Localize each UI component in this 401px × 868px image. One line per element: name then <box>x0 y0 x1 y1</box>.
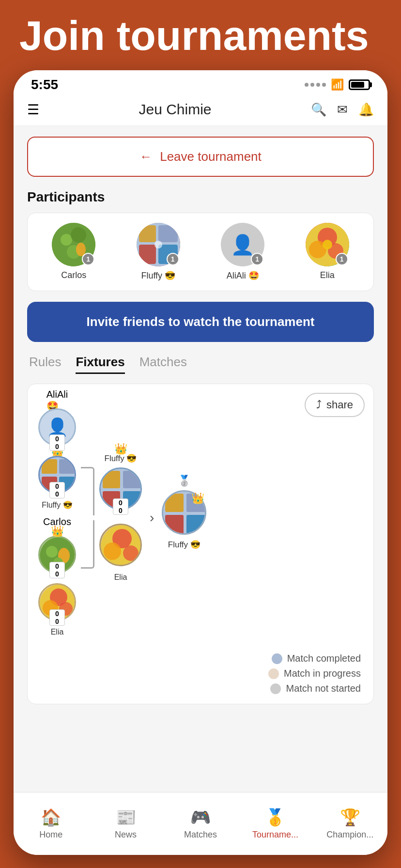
participant-name-elia: Elia <box>320 270 335 280</box>
connector-gap <box>81 515 94 520</box>
signal-dot-3 <box>316 83 320 87</box>
tab-matches[interactable]: Matches <box>139 355 187 374</box>
svg-rect-31 <box>123 471 141 488</box>
bracket-fluffy-1: 👑 0 0 Fluffy 😎 <box>38 456 76 510</box>
back-arrow-icon: ← <box>139 149 152 164</box>
home-label: Home <box>39 830 62 840</box>
legend-dot-inprogress <box>268 668 279 679</box>
share-label: share <box>326 399 353 411</box>
bracket-elia-1: 0 0 Elia <box>38 583 76 636</box>
content-area: ← Leave tournament Participants 1 Carlos <box>14 126 387 823</box>
avatar-wrap-aliali: 👤 1 <box>221 223 264 266</box>
avatar-badge-carlos: 1 <box>82 253 94 265</box>
crown-icon-carlos: 👑 <box>51 525 64 538</box>
final-winner: 🥈 👑 Fluffy 😎 <box>162 485 206 550</box>
elia-avatar-wrap: 0 0 <box>38 583 76 621</box>
participants-card: 1 Carlos 1 Fluffy 😎 👤 1 <box>27 213 374 291</box>
bottom-nav: 🏠 Home 📰 News 🎮 Matches 🥇 Tourname... 🏆 … <box>14 792 387 855</box>
avatar-wrap-carlos: 1 <box>52 223 95 266</box>
participant-name-aliali: AliAli 🤩 <box>227 270 259 281</box>
bracket-elia-r2: Elia <box>99 524 142 582</box>
leave-tournament-button[interactable]: ← Leave tournament <box>27 137 374 177</box>
champion-icon: 🏆 <box>340 807 360 827</box>
tabs-container: Rules Fixtures Matches <box>27 355 374 374</box>
svg-rect-7 <box>158 225 178 242</box>
mail-icon[interactable]: ✉ <box>337 102 348 117</box>
nav-icons: 🔍 ✉ 🔔 <box>311 102 374 117</box>
legend-label-inprogress: Match in progress <box>284 668 361 679</box>
nav-champion[interactable]: 🏆 Champion... <box>313 803 387 845</box>
elia-avatar-r2 <box>99 524 142 566</box>
tab-rules[interactable]: Rules <box>29 355 61 374</box>
crown-icon-r2-fluffy: 👑 <box>114 443 127 455</box>
nav-news[interactable]: 📰 News <box>88 803 163 845</box>
svg-rect-30 <box>103 471 120 488</box>
invite-friends-button[interactable]: Invite friends to watch the tournament <box>27 302 374 342</box>
arrow-right-icon: › <box>150 510 154 526</box>
participant-name-carlos: Carlos <box>61 270 86 280</box>
leave-tournament-label: Leave tournament <box>160 149 262 164</box>
fluffy-score-1: 0 0 <box>49 482 65 498</box>
banner-title: Join tournaments <box>19 15 382 56</box>
elia-label-1: Elia <box>51 628 64 636</box>
legend-label-completed: Match completed <box>287 653 361 664</box>
legend-notstarted: Match not started <box>270 683 361 694</box>
svg-rect-39 <box>165 494 184 512</box>
legend: Match completed Match in progress Match … <box>35 653 366 694</box>
status-icons: 📶 <box>305 78 370 91</box>
bracket-aliali: AliAli 🤩 👤 0 0 <box>38 399 76 446</box>
tab-fixtures[interactable]: Fixtures <box>76 355 124 374</box>
svg-point-36 <box>104 542 121 560</box>
signal-dot-2 <box>310 83 314 87</box>
menu-icon[interactable]: ☰ <box>27 102 39 118</box>
bracket-section: AliAli 🤩 👤 0 0 👑 <box>35 394 366 641</box>
aliali-avatar-wrap: 👤 0 0 <box>38 408 76 446</box>
legend-completed: Match completed <box>272 653 361 664</box>
participant-fluffy: 1 Fluffy 😎 <box>120 223 197 281</box>
matches-icon: 🎮 <box>190 807 211 827</box>
avatar-badge-aliali: 1 <box>251 253 263 265</box>
legend-label-notstarted: Match not started <box>286 683 361 694</box>
participant-elia: 1 Elia <box>289 223 366 281</box>
bell-icon[interactable]: 🔔 <box>358 102 374 117</box>
legend-dot-completed <box>272 653 282 664</box>
nav-matches[interactable]: 🎮 Matches <box>163 803 238 845</box>
phone-frame: 5:55 📶 ☰ Jeu Chimie 🔍 ✉ 🔔 ← L <box>14 70 387 855</box>
svg-rect-6 <box>139 225 156 242</box>
banner: Join tournaments <box>0 0 401 66</box>
svg-point-2 <box>71 227 86 243</box>
tournament-icon: 🥇 <box>265 807 285 827</box>
signal-dot-1 <box>305 83 308 87</box>
svg-point-10 <box>154 241 162 248</box>
nav-home[interactable]: 🏠 Home <box>14 803 88 845</box>
avatar-wrap-fluffy: 1 <box>137 223 180 266</box>
participants-title: Participants <box>27 189 374 205</box>
carlos-score: 0 0 <box>49 562 65 578</box>
medal-icon: 🥈 <box>178 475 191 487</box>
avatar-badge-fluffy: 1 <box>167 253 179 265</box>
pair-2: Carlos 👑 0 0 <box>38 526 76 636</box>
fixtures-card: ⤴ share AliAli 🤩 👤 0 <box>27 384 374 704</box>
home-icon: 🏠 <box>41 807 61 827</box>
signal-dots <box>305 83 326 87</box>
champion-label: Champion... <box>326 830 373 840</box>
share-button[interactable]: ⤴ share <box>305 393 365 417</box>
nav-tournament[interactable]: 🥇 Tourname... <box>238 803 312 845</box>
svg-rect-41 <box>165 515 184 534</box>
crown-final-icon: 👑 <box>191 492 204 505</box>
round1-pairs: AliAli 🤩 👤 0 0 👑 <box>38 399 76 636</box>
svg-rect-8 <box>139 245 156 264</box>
wifi-icon: 📶 <box>331 78 344 91</box>
svg-point-1 <box>61 234 72 246</box>
svg-point-22 <box>46 546 58 558</box>
bracket-fluffy-2: 👑 Fluffy 😎 0 0 <box>99 453 142 510</box>
svg-rect-18 <box>59 459 76 474</box>
search-icon[interactable]: 🔍 <box>311 102 326 117</box>
elia-label-r2: Elia <box>114 573 127 582</box>
app-title: Jeu Chimie <box>139 101 211 118</box>
fluffy-avatar-wrap: 0 0 <box>38 456 76 494</box>
connector-top <box>81 467 94 515</box>
pair-1: AliAli 🤩 👤 0 0 👑 <box>38 399 76 510</box>
participant-name-fluffy: Fluffy 😎 <box>141 270 175 281</box>
battery-icon <box>349 79 370 90</box>
